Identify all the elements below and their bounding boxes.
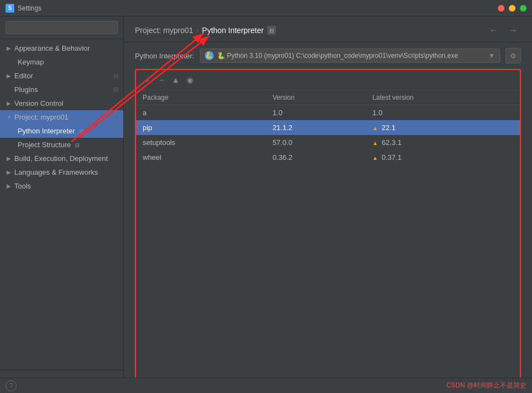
sidebar-item-tools[interactable]: ▶ Tools <box>0 179 123 193</box>
packages-table: Package Version Latest version a1.01.0pi… <box>136 90 520 165</box>
table-row[interactable]: pip21.1.2▲ 22.1 <box>136 120 520 135</box>
expand-arrow-icon: ▶ <box>7 45 14 51</box>
toolbar: + − ▲ ◉ <box>136 70 520 90</box>
col-latest: Latest version <box>366 90 520 105</box>
python-icon: 🐍 <box>205 51 214 60</box>
minimize-button[interactable] <box>509 5 515 12</box>
project-icon: ⊟ <box>113 114 118 120</box>
settings-icon: ⊟ <box>113 73 118 79</box>
remove-package-button[interactable]: − <box>155 73 168 87</box>
plugin-icon: ⊟ <box>113 87 118 93</box>
expand-arrow-icon: ▶ <box>7 73 14 79</box>
sidebar-item-languages-frameworks[interactable]: ▶ Languages & Frameworks <box>0 165 123 179</box>
package-name: setuptools <box>136 135 266 150</box>
bottom-bar: ? CSDN @时间静止不是简史 <box>0 378 532 393</box>
view-package-button[interactable]: ◉ <box>183 73 197 87</box>
col-package: Package <box>136 90 266 105</box>
sidebar-item-project-structure[interactable]: Project Structure ⊟ <box>0 138 123 152</box>
sidebar-item-version-control[interactable]: ▶ Version Control <box>0 96 123 110</box>
main-container: ▶ Appearance & Behavior Keymap ▶ Editor … <box>0 17 532 393</box>
help-button[interactable]: ? <box>6 380 17 391</box>
package-name: pip <box>136 120 266 135</box>
search-bar <box>0 17 123 39</box>
interpreter-select[interactable]: 🐍 🐍 Python 3.10 (mypro01) C:\code\python… <box>200 49 500 63</box>
package-name: a <box>136 105 266 121</box>
package-latest-version: 1.0 <box>366 105 520 121</box>
interpreter-label: Python Interpreter: <box>135 52 194 60</box>
package-area: + − ▲ ◉ Package Version Latest version a… <box>135 69 521 382</box>
gear-button[interactable]: ⚙ <box>506 48 521 63</box>
watermark-text: @时间静止不是简史 <box>467 381 526 389</box>
title-bar-controls <box>498 5 526 12</box>
close-button[interactable] <box>498 5 504 12</box>
table-row[interactable]: wheel0.36.2▲ 0.37.1 <box>136 150 520 165</box>
title-bar-text: Settings <box>18 4 41 12</box>
table-row[interactable]: setuptools57.0.0▲ 62.3.1 <box>136 135 520 150</box>
package-version: 1.0 <box>266 105 366 121</box>
sub-icon: ⊟ <box>75 142 79 148</box>
sidebar: ▶ Appearance & Behavior Keymap ▶ Editor … <box>0 17 124 393</box>
dropdown-arrow-icon: ▼ <box>488 52 495 60</box>
package-latest-version: ▲ 22.1 <box>366 120 520 135</box>
breadcrumb-project: Project: mypro01 <box>135 26 193 35</box>
forward-button[interactable]: → <box>506 24 521 36</box>
sidebar-item-python-interpreter[interactable]: Python Interpreter ⊟ <box>0 124 123 138</box>
upgrade-arrow-icon: ▲ <box>372 155 379 161</box>
sidebar-item-editor[interactable]: ▶ Editor ⊟ <box>0 69 123 83</box>
col-version: Version <box>266 90 366 105</box>
sidebar-item-build-execution[interactable]: ▶ Build, Execution, Deployment <box>0 152 123 165</box>
bookmark-icon[interactable]: ⊟ <box>267 26 276 35</box>
content-header: Project: mypro01 › Python Interpreter ⊟ … <box>124 17 532 42</box>
interpreter-value: 🐍 Python 3.10 (mypro01) C:\code\python_c… <box>217 52 488 60</box>
package-name: wheel <box>136 150 266 165</box>
breadcrumb-separator: › <box>197 26 199 34</box>
upgrade-arrow-icon: ▲ <box>372 125 379 131</box>
table-row[interactable]: a1.01.0 <box>136 105 520 121</box>
add-package-button[interactable]: + <box>140 73 154 87</box>
app-icon: S <box>6 4 14 13</box>
expand-arrow-icon: ▶ <box>7 155 14 161</box>
update-package-button[interactable]: ▲ <box>169 73 182 87</box>
back-button[interactable]: ← <box>486 24 501 36</box>
header-nav: ← → <box>486 24 521 36</box>
breadcrumb: Project: mypro01 › Python Interpreter ⊟ <box>135 26 276 35</box>
breadcrumb-current: Python Interpreter <box>202 26 264 35</box>
sub-icon: ⊟ <box>79 128 84 134</box>
maximize-button[interactable] <box>520 5 526 12</box>
interpreter-row: Python Interpreter: 🐍 🐍 Python 3.10 (myp… <box>124 42 532 69</box>
content-panel: Project: mypro01 › Python Interpreter ⊟ … <box>124 17 532 393</box>
upgrade-arrow-icon: ▲ <box>372 140 379 146</box>
watermark: CSDN @时间静止不是简史 <box>446 381 526 390</box>
sidebar-item-plugins[interactable]: Plugins ⊟ <box>0 83 123 96</box>
expand-arrow-icon: ▶ <box>7 183 14 189</box>
package-version: 0.36.2 <box>266 150 366 165</box>
watermark-highlight: CSDN <box>446 381 465 389</box>
expand-arrow-icon: ▶ <box>7 100 14 106</box>
title-bar: S Settings <box>0 0 532 17</box>
package-latest-version: ▲ 62.3.1 <box>366 135 520 150</box>
table-header: Package Version Latest version <box>136 90 520 105</box>
sidebar-nav: ▶ Appearance & Behavior Keymap ▶ Editor … <box>0 39 123 370</box>
sidebar-item-keymap[interactable]: Keymap <box>0 55 123 69</box>
package-version: 57.0.0 <box>266 135 366 150</box>
sidebar-item-appearance[interactable]: ▶ Appearance & Behavior <box>0 41 123 55</box>
package-version: 21.1.2 <box>266 120 366 135</box>
expand-arrow-icon: ▶ <box>7 169 14 175</box>
expand-arrow-icon: ▼ <box>7 114 14 120</box>
package-tbody: a1.01.0pip21.1.2▲ 22.1setuptools57.0.0▲ … <box>136 105 520 165</box>
package-latest-version: ▲ 0.37.1 <box>366 150 520 165</box>
sidebar-item-project-mypro01[interactable]: ▼ Project: mypro01 ⊟ <box>0 110 123 124</box>
package-table: Package Version Latest version a1.01.0pi… <box>136 90 520 381</box>
gear-icon: ⚙ <box>510 52 517 60</box>
search-input[interactable] <box>6 21 118 34</box>
